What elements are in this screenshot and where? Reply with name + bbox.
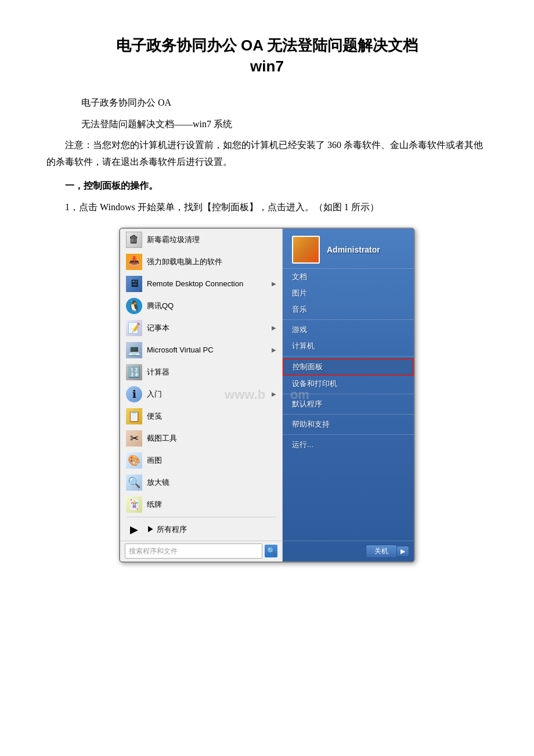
games-label: 游戏 (292, 325, 307, 335)
shutdown-arrow-button[interactable]: ▶ (397, 546, 409, 557)
right-separator1 (283, 319, 414, 320)
right-separator5 (283, 434, 414, 435)
start-menu-screenshot: 🗑 新毒霸垃圾清理 📥 强力卸载电脑上的软件 🖥 Remote Desktop … (119, 228, 415, 563)
stickynotes-icon: 📋 (126, 408, 142, 424)
paint-icon: 🎨 (126, 452, 142, 469)
right-panel: Administrator 文档 图片 音乐 游戏 计算机 (283, 229, 414, 561)
magnifier-icon: 🔍 (126, 474, 142, 491)
right-item-control-panel[interactable]: 控制面板 (283, 358, 414, 376)
calc-icon: 🔢 (126, 364, 142, 380)
menu-item-magnifier[interactable]: 🔍 放大镜 (120, 471, 282, 494)
uninstall-icon: 📥 (126, 254, 142, 270)
left-separator (126, 517, 276, 517)
menu-item-vpc[interactable]: 💻 Microsoft Virtual PC ▶ (120, 339, 282, 361)
subtitle1: 电子政务协同办公 OA (81, 95, 488, 111)
vpc-label: Microsoft Virtual PC (147, 345, 214, 354)
computer-label: 计算机 (292, 341, 315, 351)
menu-item-all-programs[interactable]: ▶ ▶ 所有程序 (120, 519, 282, 541)
stickynotes-label: 便笺 (147, 411, 162, 422)
snipping-label: 截图工具 (147, 433, 177, 444)
rdp-icon: 🖥 (126, 276, 142, 292)
subtitle2: 无法登陆问题解决文档——win7 系统 (81, 116, 488, 133)
right-separator4 (283, 414, 414, 415)
right-separator2 (283, 356, 414, 357)
user-area: Administrator (283, 229, 414, 269)
solitaire-icon: 🃏 (126, 496, 142, 513)
search-icon-box[interactable]: 🔍 (265, 545, 277, 557)
vpc-arrow: ▶ (272, 347, 276, 353)
notice-text: 注意：当您对您的计算机进行设置前，如您的计算机已经安装了 360 杀毒软件、金山… (46, 137, 488, 171)
section1-label: 一，控制面板的操作。 (46, 178, 488, 195)
notepad-icon: 📝 (126, 320, 142, 336)
right-item-pictures[interactable]: 图片 (283, 285, 414, 301)
notepad-label: 记事本 (147, 323, 169, 333)
right-item-help[interactable]: 帮助和支持 (283, 416, 414, 433)
screenshot-container: www.b om 🗑 新毒霸垃圾清理 📥 强力卸载电脑上的软件 (119, 228, 415, 563)
music-label: 音乐 (292, 304, 307, 315)
intro-arrow: ▶ (272, 391, 276, 397)
paint-label: 画图 (147, 455, 162, 466)
menu-item-trash[interactable]: 🗑 新毒霸垃圾清理 (120, 229, 282, 251)
step1-text: 1，点击 Windows 开始菜单，找到【控制面板】，点击进入。（如图 1 所示… (46, 199, 488, 216)
vpc-icon: 💻 (126, 342, 142, 358)
right-separator3 (283, 394, 414, 394)
menu-item-snipping[interactable]: ✂ 截图工具 (120, 427, 282, 449)
menu-item-intro[interactable]: ℹ 入门 ▶ (120, 383, 282, 405)
shutdown-button[interactable]: 关机 (366, 545, 397, 558)
help-label: 帮助和支持 (292, 419, 330, 430)
left-top-section: 🗑 新毒霸垃圾清理 📥 强力卸载电脑上的软件 🖥 Remote Desktop … (120, 229, 282, 541)
rdp-label: Remote Desktop Connection (147, 279, 243, 288)
shutdown-label: 关机 (374, 546, 388, 556)
control-panel-label: 控制面板 (293, 362, 323, 372)
search-box[interactable]: 搜索程序和文件 (125, 543, 262, 559)
allprograms-icon: ▶ (126, 521, 142, 538)
pictures-label: 图片 (292, 288, 307, 298)
menu-item-solitaire[interactable]: 🃏 纸牌 (120, 494, 282, 516)
left-panel: 🗑 新毒霸垃圾清理 📥 强力卸载电脑上的软件 🖥 Remote Desktop … (120, 229, 283, 561)
right-item-devices[interactable]: 设备和打印机 (283, 376, 414, 392)
menu-item-rdp[interactable]: 🖥 Remote Desktop Connection ▶ (120, 273, 282, 295)
right-item-documents[interactable]: 文档 (283, 269, 414, 285)
shutdown-arrow-icon: ▶ (400, 548, 405, 555)
default-programs-label: 默认程序 (292, 399, 322, 409)
menu-item-qq[interactable]: 🐧 腾讯QQ (120, 295, 282, 317)
rdp-arrow: ▶ (272, 280, 276, 287)
notepad-arrow: ▶ (272, 325, 276, 331)
trash-label: 新毒霸垃圾清理 (147, 235, 200, 245)
trash-icon: 🗑 (126, 232, 142, 248)
magnifier-label: 放大镜 (147, 477, 169, 488)
intro-icon: ℹ (126, 386, 142, 402)
solitaire-label: 纸牌 (147, 499, 162, 510)
menu-item-uninstall[interactable]: 📥 强力卸载电脑上的软件 (120, 251, 282, 273)
right-item-default-programs[interactable]: 默认程序 (283, 396, 414, 412)
right-item-computer[interactable]: 计算机 (283, 338, 414, 354)
menu-item-calc[interactable]: 🔢 计算器 (120, 361, 282, 383)
right-bottom-bar: 关机 ▶ (283, 541, 414, 561)
menu-item-paint[interactable]: 🎨 画图 (120, 449, 282, 471)
run-label: 运行... (292, 440, 313, 450)
calc-label: 计算器 (147, 367, 169, 377)
search-placeholder: 搜索程序和文件 (129, 546, 258, 556)
all-programs-label: ▶ 所有程序 (147, 524, 187, 535)
right-item-music[interactable]: 音乐 (283, 301, 414, 318)
menu-item-stickynotes[interactable]: 📋 便笺 (120, 405, 282, 427)
start-menu: 🗑 新毒霸垃圾清理 📥 强力卸载电脑上的软件 🖥 Remote Desktop … (120, 229, 414, 561)
right-item-run[interactable]: 运行... (283, 437, 414, 453)
uninstall-label: 强力卸载电脑上的软件 (147, 257, 222, 267)
page-title: 电子政务协同办公 OA 无法登陆问题解决文档 win7 (46, 35, 488, 77)
menu-item-notepad[interactable]: 📝 记事本 ▶ (120, 317, 282, 339)
search-icon: 🔍 (267, 547, 276, 556)
devices-label: 设备和打印机 (292, 379, 337, 389)
qq-icon: 🐧 (126, 298, 142, 314)
user-avatar (292, 236, 320, 264)
left-bottom-bar: 搜索程序和文件 🔍 (120, 541, 282, 561)
snipping-icon: ✂ (126, 430, 142, 447)
right-item-games[interactable]: 游戏 (283, 322, 414, 338)
user-name: Administrator (327, 245, 380, 254)
documents-label: 文档 (292, 272, 307, 282)
qq-label: 腾讯QQ (147, 301, 174, 311)
intro-label: 入门 (147, 389, 162, 399)
